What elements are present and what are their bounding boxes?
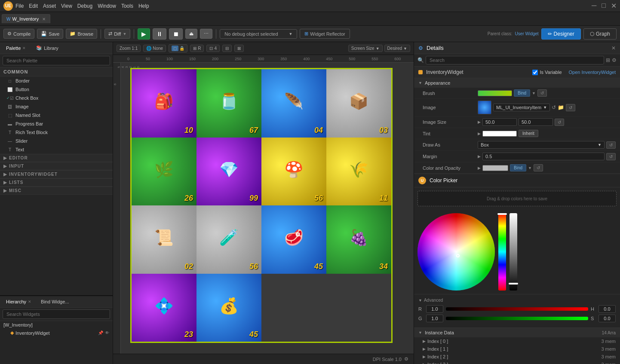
- grid-cell-10[interactable]: 🥩 45: [261, 205, 326, 274]
- tab-close-icon[interactable]: ✕: [42, 17, 46, 21]
- appearance-section-header[interactable]: ▼ Appearance: [414, 78, 620, 88]
- color-opacity-reset-button[interactable]: ↺: [534, 164, 543, 171]
- graph-button[interactable]: ⬡ Graph: [583, 28, 617, 40]
- g-channel-bar[interactable]: [446, 317, 588, 320]
- palette-item-border[interactable]: □ Border: [0, 76, 113, 85]
- draw-as-reset-button[interactable]: ↺: [606, 141, 616, 149]
- palette-item-slider[interactable]: — Slider: [0, 137, 113, 145]
- color-wheel-outer[interactable]: [417, 213, 495, 291]
- image-size-reset-button[interactable]: ↺: [555, 119, 564, 126]
- details-grid-icon[interactable]: ⊞: [606, 57, 610, 63]
- lists-section[interactable]: ▶ LISTS: [0, 178, 113, 187]
- menu-file[interactable]: File: [15, 3, 24, 9]
- image-open-icon[interactable]: 📁: [558, 104, 564, 110]
- grid-control[interactable]: ⊞ R: [190, 45, 204, 52]
- is-variable-check[interactable]: [532, 70, 538, 75]
- editor-section[interactable]: ▶ EDITOR: [0, 154, 113, 162]
- grid-cell-15[interactable]: [326, 274, 391, 342]
- palette-item-button[interactable]: ⬜ Button: [0, 85, 113, 94]
- close-button[interactable]: ✕: [611, 2, 617, 10]
- h-input[interactable]: [599, 305, 616, 313]
- menu-debug[interactable]: Debug: [77, 3, 92, 9]
- brush-bind-button[interactable]: Bind: [514, 89, 530, 97]
- desired-dropdown[interactable]: Desired ▼: [384, 45, 410, 52]
- margin-reset-button[interactable]: ↺: [606, 153, 616, 160]
- minimize-button[interactable]: ─: [592, 2, 596, 10]
- color-opacity-bind-button[interactable]: Bind: [510, 164, 526, 171]
- palette-item-progressbar[interactable]: ▬ Progress Bar: [0, 119, 113, 128]
- debug-object-dropdown[interactable]: No debug object selected ▼: [220, 29, 297, 39]
- menu-asset[interactable]: Asset: [43, 3, 56, 9]
- palette-item-checkbox[interactable]: ☑ Check Box: [0, 94, 113, 102]
- hierarchy-item-w-inventory[interactable]: [W_Inventory]: [0, 321, 113, 329]
- index-1-row[interactable]: ▶ Index [ 1 ] 3 mem: [414, 345, 620, 353]
- grid-cell-13[interactable]: 💰 45: [196, 274, 261, 342]
- is-variable-checkbox[interactable]: Is Variable: [532, 70, 562, 75]
- image-dropdown[interactable]: ML_UI_InventoryItem ▼: [493, 104, 550, 111]
- grid-cell-3[interactable]: 📦 03: [326, 69, 391, 138]
- hierarchy-tab[interactable]: Hierarchy ✕: [3, 298, 35, 306]
- save-button[interactable]: 💾 Save: [37, 29, 63, 39]
- designer-button[interactable]: ✏ Designer: [541, 28, 581, 40]
- user-widget-link[interactable]: User Widget: [515, 31, 539, 36]
- hierarchy-item-inventorywidget[interactable]: ◆ InventoryWidget 📌 👁: [0, 329, 113, 337]
- menu-edit[interactable]: Edit: [29, 3, 38, 9]
- image-size-w-input[interactable]: [482, 118, 517, 126]
- palette-tab[interactable]: Palette ✕: [3, 44, 29, 52]
- tint-color-preview[interactable]: [482, 131, 517, 137]
- hue-strip[interactable]: [498, 213, 506, 291]
- image-size-h-input[interactable]: [519, 118, 553, 126]
- brightness-strip[interactable]: [510, 213, 517, 291]
- grid-cell-8[interactable]: 📜 02: [132, 205, 196, 274]
- settings-icon[interactable]: ⚙: [404, 356, 408, 362]
- cp-drop-zone[interactable]: Drag & drop colors here to save: [417, 191, 617, 206]
- widget-reflector-button[interactable]: ⊞ Widget Reflector: [300, 29, 350, 39]
- draw-as-dropdown[interactable]: Box ▼: [478, 141, 605, 149]
- tint-inherit-button[interactable]: Inherit: [519, 130, 538, 137]
- grid-cell-7[interactable]: 🌾 11: [326, 138, 391, 206]
- details-gear-icon[interactable]: ⚙: [612, 57, 617, 63]
- extra-button[interactable]: ⋯: [200, 29, 212, 39]
- grid-cell-12[interactable]: 💠 23: [132, 274, 196, 342]
- hierarchy-search-input[interactable]: [3, 309, 110, 319]
- menu-window[interactable]: Window: [98, 3, 116, 9]
- tab-w-inventory[interactable]: W W_Inventory ✕: [2, 14, 50, 23]
- compile-button[interactable]: ⚙ Compile: [3, 29, 34, 39]
- color-wheel[interactable]: [417, 213, 495, 291]
- palette-item-text[interactable]: T Text: [0, 145, 113, 154]
- play-button[interactable]: ▶: [138, 28, 150, 40]
- grid-cell-0[interactable]: 🎒 10: [132, 69, 196, 138]
- library-tab[interactable]: 📚 Library: [33, 44, 62, 52]
- index-2-row[interactable]: ▶ Index [ 2 ] 3 mem: [414, 353, 620, 361]
- search-palette-input[interactable]: [3, 56, 110, 65]
- index-0-row[interactable]: ▶ Index [ 0 ] 3 mem: [414, 337, 620, 345]
- diff-button[interactable]: ⇄ Diff ▼: [104, 29, 130, 39]
- grid-cell-9[interactable]: 🧪 56: [196, 205, 261, 274]
- inventorywidget-section[interactable]: ▶ INVENTORYWIDGET: [0, 170, 113, 178]
- menu-help[interactable]: Help: [138, 3, 149, 9]
- menu-tools[interactable]: Tools: [121, 3, 133, 9]
- none-control[interactable]: 🌐 None: [143, 45, 166, 52]
- input-section[interactable]: ▶ INPUT: [0, 162, 113, 170]
- misc-section[interactable]: ▶ MISC: [0, 187, 113, 195]
- r-channel-bar[interactable]: [446, 307, 588, 311]
- view-control-2[interactable]: ⊠: [234, 45, 244, 52]
- maximize-button[interactable]: □: [602, 2, 606, 10]
- screen-size-dropdown[interactable]: Screen Size ▼: [348, 45, 383, 52]
- image-reset-button[interactable]: ↺: [566, 104, 575, 111]
- grid-cell-4[interactable]: 🌿 26: [132, 138, 196, 206]
- grid-cell-5[interactable]: 💎 99: [196, 138, 261, 206]
- grid-cell-1[interactable]: 🫙 67: [196, 69, 261, 138]
- mode-btn-1[interactable]: ◻: [172, 46, 178, 51]
- details-search-input[interactable]: [426, 56, 604, 64]
- image-reload-icon[interactable]: ↺: [552, 104, 556, 110]
- num-control[interactable]: ⊡ 4: [206, 45, 220, 52]
- zoom-control[interactable]: Zoom 1:1: [117, 45, 141, 52]
- color-opacity-preview[interactable]: [482, 165, 508, 171]
- hierarchy-tab-close[interactable]: ✕: [28, 300, 31, 304]
- grid-cell-14[interactable]: [261, 274, 326, 342]
- brush-reset-button[interactable]: ↺: [537, 89, 547, 97]
- margin-input[interactable]: [482, 153, 605, 160]
- stop-button[interactable]: ⏹: [169, 28, 183, 40]
- palette-item-namedslot[interactable]: ⬚ Named Slot: [0, 111, 113, 119]
